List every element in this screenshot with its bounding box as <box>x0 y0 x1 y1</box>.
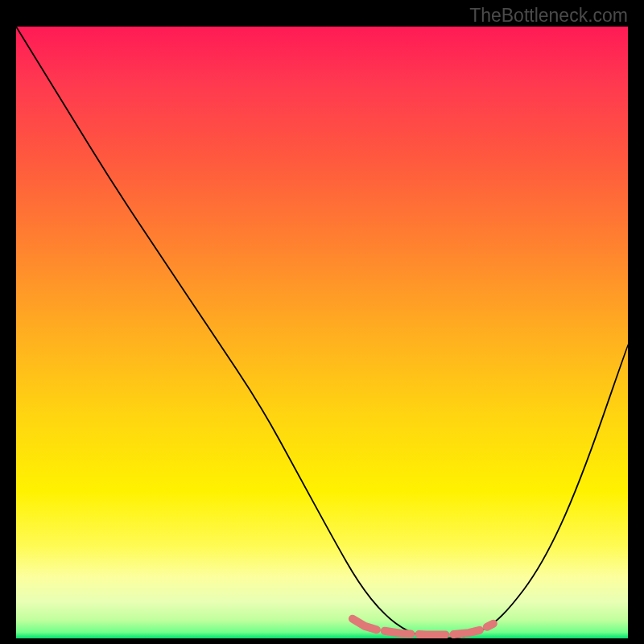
plot-area <box>16 27 628 638</box>
watermark-text: TheBottleneck.com <box>469 5 628 27</box>
chart-overlay <box>16 27 628 638</box>
chart-segments <box>353 619 493 635</box>
chart-frame: TheBottleneck.com <box>0 0 644 644</box>
chart-curve <box>16 27 628 638</box>
